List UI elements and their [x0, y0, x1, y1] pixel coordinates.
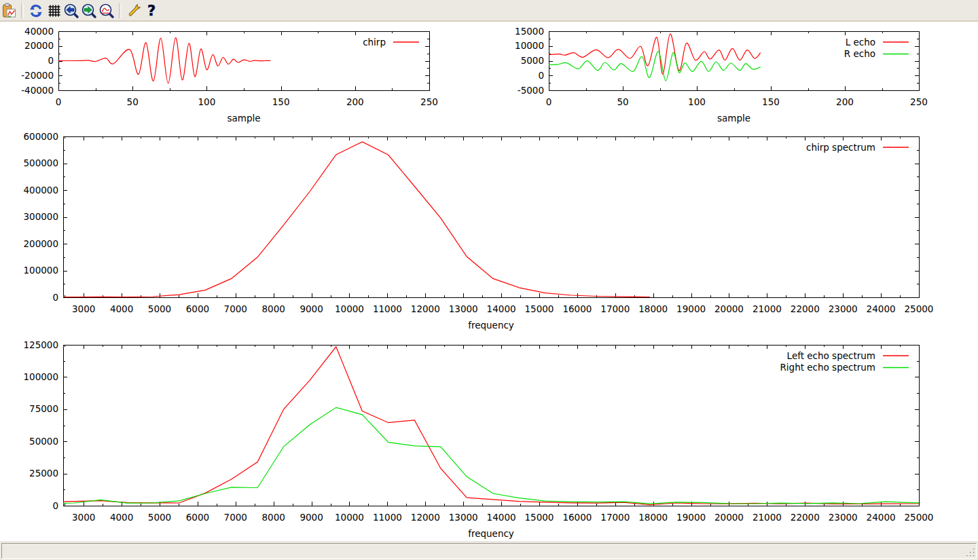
help-icon: ? [143, 3, 160, 19]
x-axis-label: frequency [468, 528, 514, 539]
x-tick-label: 12000 [411, 303, 440, 314]
x-tick-label: 15000 [525, 512, 554, 523]
y-tick-label: 100000 [23, 265, 58, 276]
y-tick-label: -40000 [21, 85, 54, 96]
x-tick-label: 10000 [335, 303, 364, 314]
y-tick-label: 25000 [29, 468, 58, 479]
x-tick-label: 6000 [186, 512, 209, 523]
x-tick-label: 21000 [753, 512, 782, 523]
y-tick-label: 0 [48, 55, 54, 66]
grid-icon [46, 3, 62, 19]
legend-label: Right echo spectrum [780, 362, 875, 373]
x-tick-label: 10000 [335, 512, 364, 523]
plot-canvas[interactable]: 050100150200250-40000-2000002000040000sa… [0, 22, 978, 541]
toolbar-button-copy-plot-to-clipboard[interactable] [0, 2, 18, 20]
x-tick-label: 25000 [905, 512, 934, 523]
x-tick-label: 13000 [449, 303, 478, 314]
x-tick-label: 100 [688, 96, 706, 107]
clipboard-plot-icon [1, 3, 17, 19]
toolbar: ? [0, 0, 978, 22]
toolbar-button-configure-terminal[interactable] [125, 2, 143, 20]
toolbar-button-zoom-next[interactable] [80, 2, 98, 20]
x-tick-label: 200 [836, 96, 854, 107]
status-bar [0, 541, 978, 560]
x-tick-label: 23000 [829, 303, 858, 314]
series-l-echo [549, 34, 761, 75]
x-tick-label: 16000 [562, 303, 592, 314]
toolbar-separator [119, 3, 122, 18]
x-tick-label: 8000 [262, 303, 285, 314]
x-tick-label: 3000 [72, 303, 95, 314]
toolbar-button-zoom-previous[interactable] [62, 2, 80, 20]
y-tick-label: -20000 [21, 70, 54, 81]
zoom-previous-icon [63, 3, 79, 19]
legend-label: chirp [363, 37, 386, 48]
y-tick-label: 100000 [23, 371, 58, 382]
legend-label: Left echo spectrum [787, 350, 875, 361]
x-tick-label: 50 [617, 96, 628, 107]
series-chirp [58, 37, 270, 83]
y-tick-label: 5000 [521, 55, 544, 66]
x-tick-label: 14000 [487, 303, 516, 314]
x-tick-label: 100 [198, 96, 216, 107]
y-tick-label: -5000 [518, 85, 544, 96]
x-tick-label: 9000 [300, 303, 323, 314]
y-tick-label: 0 [538, 70, 544, 81]
y-tick-label: 75000 [29, 403, 58, 414]
x-tick-label: 0 [56, 96, 62, 107]
y-tick-label: 300000 [23, 211, 58, 222]
y-tick-label: 500000 [23, 157, 58, 168]
toolbar-button-toggle-grid[interactable] [45, 2, 62, 20]
x-tick-label: 5000 [148, 303, 171, 314]
status-field [1, 543, 977, 559]
x-tick-label: 24000 [867, 512, 896, 523]
series-r-echo [549, 52, 761, 81]
toolbar-button-replot[interactable] [27, 2, 45, 20]
x-tick-label: 11000 [373, 512, 402, 523]
x-tick-label: 22000 [791, 303, 820, 314]
x-tick-label: 4000 [110, 512, 133, 523]
replot-arrows-icon [28, 3, 44, 19]
x-tick-label: 24000 [867, 303, 896, 314]
x-tick-label: 6000 [186, 303, 209, 314]
x-tick-label: 22000 [791, 512, 820, 523]
x-tick-label: 17000 [600, 303, 630, 314]
y-tick-label: 15000 [515, 26, 544, 37]
plots-surface: 050100150200250-40000-2000002000040000sa… [0, 22, 978, 541]
y-tick-label: 400000 [23, 185, 58, 195]
autoscale-plot-icon [98, 3, 115, 19]
resize-grip-icon[interactable] [966, 548, 976, 558]
chart-echo-spectra[interactable]: 3000400050006000700080009000100001100012… [23, 339, 933, 540]
x-tick-label: 5000 [148, 512, 171, 523]
x-tick-label: 7000 [224, 512, 247, 523]
toolbar-button-autoscale[interactable] [98, 2, 115, 20]
x-tick-label: 3000 [72, 512, 95, 523]
chart-echo-signals[interactable]: 050100150200250-5000050001000015000sampl… [515, 26, 928, 124]
x-tick-label: 20000 [714, 512, 744, 523]
y-tick-label: 0 [52, 500, 58, 511]
x-tick-label: 11000 [373, 303, 402, 314]
x-axis-label: sample [227, 113, 260, 124]
y-tick-label: 125000 [23, 339, 58, 350]
x-tick-label: 15000 [525, 303, 554, 314]
y-tick-label: 0 [52, 292, 58, 303]
x-axis-label: sample [717, 113, 750, 124]
x-tick-label: 0 [546, 96, 552, 107]
toolbar-separator [21, 3, 24, 18]
x-tick-label: 21000 [753, 303, 782, 314]
svg-text:?: ? [147, 3, 156, 19]
chart-chirp-signal[interactable]: 050100150200250-40000-2000002000040000sa… [21, 26, 438, 124]
zoom-next-icon [81, 3, 97, 19]
x-tick-label: 19000 [676, 303, 706, 314]
plot-border [63, 136, 919, 297]
x-tick-label: 16000 [562, 512, 592, 523]
x-tick-label: 250 [420, 96, 438, 107]
legend-label: R echo [844, 48, 875, 59]
x-tick-label: 250 [910, 96, 928, 107]
chart-chirp-spectrum[interactable]: 3000400050006000700080009000100001100012… [23, 131, 933, 331]
x-tick-label: 18000 [638, 512, 668, 523]
series-right-echo-spectrum [63, 407, 919, 504]
series-chirp-spectrum [63, 142, 650, 297]
y-tick-label: 50000 [29, 436, 58, 447]
toolbar-button-help[interactable]: ? [143, 2, 160, 20]
